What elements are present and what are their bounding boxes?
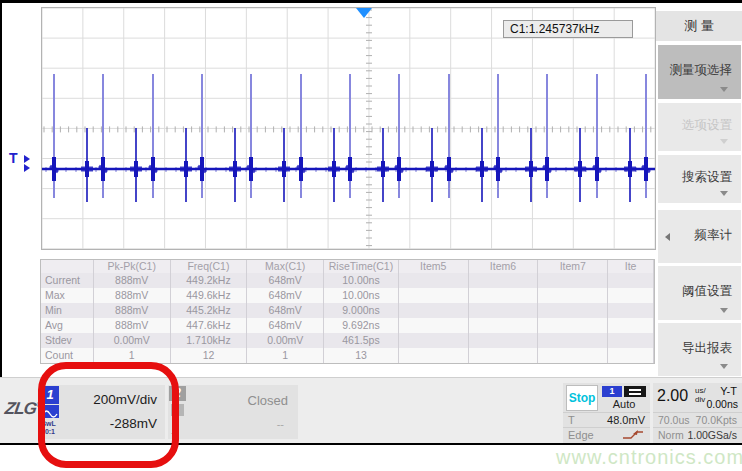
cell: 648mV bbox=[247, 288, 324, 303]
trigger-coupling-icon bbox=[624, 386, 646, 397]
cell: RiseTime(C1) bbox=[324, 260, 399, 273]
cell: 445.2kHz bbox=[171, 303, 248, 318]
trigger-level-label: T bbox=[9, 150, 18, 166]
cell bbox=[469, 348, 539, 363]
sidebar-item-4[interactable]: 阈值设置 bbox=[658, 266, 741, 320]
cell bbox=[608, 303, 654, 318]
measurement-table: Pk-Pk(C1)Freq(C1)Max(C1)RiseTime(C1)Item… bbox=[40, 259, 655, 364]
table-row: Min888mV445.2kHz648mV9.000ns bbox=[41, 303, 654, 318]
bottom-border bbox=[0, 443, 742, 445]
cell bbox=[538, 273, 608, 288]
row-label: Stdev bbox=[41, 333, 94, 348]
channel2-panel[interactable]: 2 - -:- Closed -- bbox=[168, 385, 298, 439]
cell: 447.6kHz bbox=[171, 318, 248, 333]
row-label: Current bbox=[41, 273, 94, 288]
channel2-offset: -- bbox=[277, 418, 284, 430]
cell bbox=[399, 303, 469, 318]
cell bbox=[399, 273, 469, 288]
chevron-down-icon bbox=[720, 87, 728, 92]
cell: 10.00ns bbox=[324, 288, 399, 303]
sidebar-item-1: 选项设置 bbox=[658, 103, 741, 151]
oscilloscope-screen: C1:1.245737kHz T 测 量 测量项选择选项设置搜索设置频率计阈值设… bbox=[0, 0, 742, 471]
channel2-status: Closed bbox=[248, 393, 288, 408]
cell bbox=[469, 273, 539, 288]
channel1-panel[interactable]: 1 BwL 10:1 200mV/div -288mV bbox=[40, 385, 165, 439]
cell bbox=[399, 333, 469, 348]
cell: Freq(C1) bbox=[171, 260, 248, 273]
cell bbox=[399, 348, 469, 363]
sidebar-item-label: 导出报表 bbox=[682, 339, 732, 356]
table-row: Max888mV449.6kHz648mV10.00ns bbox=[41, 288, 654, 303]
run-state: Stop bbox=[566, 385, 598, 411]
trigger-panel[interactable]: Stop 1 Auto T 48.0mV Edge bbox=[563, 383, 650, 443]
table-row: Current888mV449.2kHz648mV10.00ns bbox=[41, 273, 654, 288]
cell: Item6 bbox=[469, 260, 539, 273]
row-label: Count bbox=[41, 348, 94, 363]
cell bbox=[608, 318, 654, 333]
sine-icon bbox=[41, 405, 59, 418]
row-label: Min bbox=[41, 303, 94, 318]
cell: 9.692ns bbox=[324, 318, 399, 333]
sidebar-item-5[interactable]: 导出报表 bbox=[658, 323, 741, 376]
capture-window: 70.0us bbox=[658, 414, 690, 426]
sample-rate: 1.00GSa/s bbox=[687, 429, 737, 441]
cell: 648mV bbox=[247, 273, 324, 288]
cell: Item5 bbox=[399, 260, 469, 273]
cell bbox=[608, 333, 654, 348]
table-row: Stdev0.00mV1.710kHz0.00mV461.5ps bbox=[41, 333, 654, 348]
channel2-sub: -:- bbox=[171, 429, 178, 436]
watermark: www.cntronics.com bbox=[556, 446, 742, 469]
trigger-mode: Auto bbox=[602, 398, 646, 410]
channel2-coupling-icon: - bbox=[171, 404, 184, 416]
cell: 449.2kHz bbox=[171, 273, 248, 288]
cell: 12 bbox=[171, 348, 248, 363]
cell: 1 bbox=[247, 348, 324, 363]
row-label bbox=[41, 260, 94, 273]
trigger-level-marker[interactable]: T bbox=[9, 150, 18, 166]
display-mode: Y-T bbox=[720, 385, 737, 397]
waveform-display bbox=[41, 7, 656, 250]
cell: 9.000ns bbox=[324, 303, 399, 318]
cell: 1.710kHz bbox=[171, 333, 248, 348]
sidebar-item-2[interactable]: 搜索设置 bbox=[658, 155, 741, 203]
sidebar-item-label: 选项设置 bbox=[682, 117, 732, 134]
table-row: Avg888mV447.6kHz648mV9.692ns bbox=[41, 318, 654, 333]
trigger-position-icon[interactable] bbox=[356, 8, 372, 18]
sidebar-item-label: 阈值设置 bbox=[682, 283, 732, 300]
cell bbox=[538, 288, 608, 303]
timebase-scale: 2.00 bbox=[657, 387, 688, 405]
sidebar-title: 测 量 bbox=[656, 11, 742, 41]
timebase-units: us/ div bbox=[695, 386, 706, 404]
frequency-readout: C1:1.245737kHz bbox=[503, 20, 633, 38]
cell bbox=[399, 318, 469, 333]
cell: 13 bbox=[324, 348, 399, 363]
cell bbox=[469, 318, 539, 333]
cell: 1 bbox=[94, 348, 171, 363]
table-row: Count112113 bbox=[41, 348, 654, 363]
memory-depth: 70.0Kpts bbox=[696, 414, 737, 426]
timebase-panel[interactable]: 2.00 us/ div Y-T 0.00ns 70.0us 70.0Kpts … bbox=[653, 383, 742, 443]
cell: Ite bbox=[608, 260, 654, 273]
bandwidth-probe-label: BwL 10:1 bbox=[41, 420, 56, 436]
trigger-level-value: 48.0mV bbox=[607, 414, 645, 426]
acquisition-mode: Norm bbox=[658, 429, 684, 441]
cell bbox=[538, 348, 608, 363]
row-label: Avg bbox=[41, 318, 94, 333]
cell: 0.00mV bbox=[247, 333, 324, 348]
cell bbox=[399, 288, 469, 303]
cell bbox=[469, 333, 539, 348]
trigger-arrow-icon bbox=[24, 154, 30, 173]
chevron-down-icon bbox=[720, 308, 728, 313]
row-label: Max bbox=[41, 288, 94, 303]
cell bbox=[538, 303, 608, 318]
rising-edge-icon bbox=[621, 429, 645, 442]
chevron-down-icon bbox=[720, 139, 728, 144]
sidebar-item-3[interactable]: 频率计 bbox=[658, 210, 741, 263]
cell: 888mV bbox=[94, 303, 171, 318]
cell: 461.5ps bbox=[324, 333, 399, 348]
sidebar-item-0[interactable]: 测量项选择 bbox=[658, 45, 741, 99]
sidebar-item-label: 频率计 bbox=[695, 226, 733, 243]
cell bbox=[608, 288, 654, 303]
trigger-type: Edge bbox=[568, 429, 594, 441]
status-bar: ZLG® 1 BwL 10:1 200mV/div -288mV 2 - -:-… bbox=[0, 377, 742, 443]
